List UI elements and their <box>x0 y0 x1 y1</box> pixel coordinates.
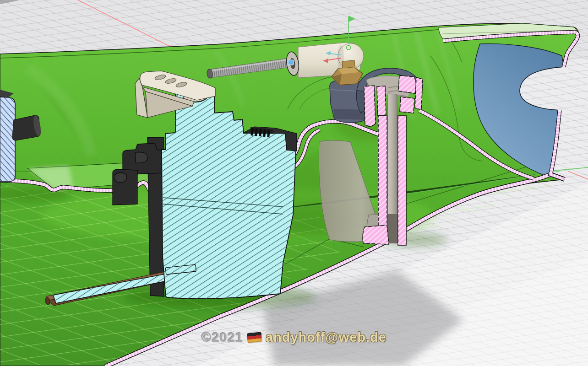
cad-viewport[interactable]: ©2021 andyhoff@web.de <box>0 0 588 366</box>
rudder-shaft[interactable] <box>388 94 397 217</box>
model-scene <box>0 0 588 366</box>
joint-edit-icon[interactable] <box>288 60 294 65</box>
